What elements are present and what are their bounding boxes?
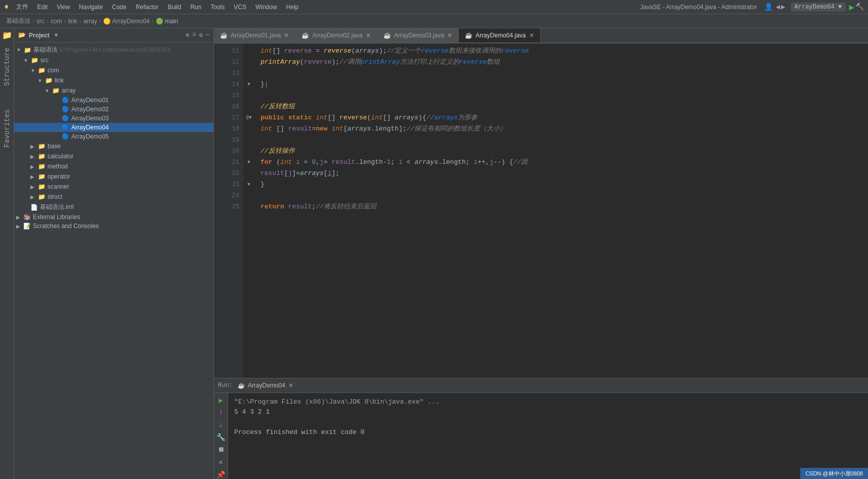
menu-file[interactable]: 文件 [12, 2, 32, 12]
forward-icon[interactable]: ▶ [781, 3, 785, 11]
hide-sidebar-icon[interactable]: — [206, 31, 209, 39]
status-bar: CSDN @林中小屋0808 [800, 468, 868, 479]
tab-arraydemo03[interactable]: ☕ ArrayDemo03.java ✕ [377, 28, 459, 42]
fold-17[interactable]: ▼ [249, 112, 251, 123]
collapse-icon[interactable]: ≡ [192, 31, 196, 39]
run-stop-icon[interactable]: ⏹ [218, 446, 225, 454]
breadcrumb-com[interactable]: com [51, 18, 62, 25]
tree-src[interactable]: ▼ 📁 src [14, 55, 213, 65]
sidebar-expand-icon[interactable]: 📂 [18, 31, 26, 39]
tree-arraydemo02[interactable]: ▶ 🔵 ArrayDemo02 [14, 105, 213, 114]
fold-21[interactable]: ▼ [243, 157, 254, 168]
tree-arraydemo05[interactable]: ▶ 🔵 ArrayDemo05 [14, 132, 213, 141]
tab-arraydemo04[interactable]: ☕ ArrayDemo04.java ✕ [459, 28, 540, 42]
tree-operator[interactable]: ▶ 📁 operator [14, 171, 213, 182]
tab-close-2[interactable]: ✕ [366, 32, 371, 39]
tab-close-3[interactable]: ✕ [447, 32, 452, 39]
run-button[interactable]: ▶ [849, 2, 854, 13]
content-area: ☕ ArrayDemo01.java ✕ ☕ ArrayDemo02.java … [214, 28, 868, 479]
menu-run[interactable]: Run [186, 3, 205, 12]
sidebar-dropdown-icon[interactable]: ▼ [55, 32, 58, 38]
fold-14[interactable]: ▼ [243, 79, 254, 90]
menu-help[interactable]: Help [282, 3, 303, 12]
structure-tab[interactable]: Structure [3, 48, 11, 86]
menu-refactor[interactable]: Refactor [132, 3, 162, 12]
build-icon[interactable]: 🔨 [855, 3, 864, 11]
tree-root[interactable]: ▼ 📁 基础语法 E:\Program Files (x86)\java\Jav… [14, 45, 213, 55]
settings-icon[interactable]: ⚙ [199, 31, 203, 39]
menu-build[interactable]: Build [164, 3, 186, 12]
run-scroll-down[interactable]: ↓ [219, 421, 223, 429]
run-label: Run: [218, 382, 233, 389]
tree-scratches[interactable]: ▶ 📝 Scratches and Consoles [14, 222, 213, 231]
run-pin-icon[interactable]: 📌 [216, 470, 225, 479]
code-editor[interactable]: 11 12 13 14 15 16 17 18 19 20 21 22 23 2… [214, 43, 868, 378]
run-content-area: ▶ ↑ ↓ 🔧 ⏹ ✕ 📌 "E:\Program Files (x86)\Ja… [214, 393, 868, 479]
sidebar-actions: ⊕ ≡ ⚙ — [186, 31, 209, 39]
code-line-14: }| [261, 79, 862, 90]
menu-edit[interactable]: Edit [33, 3, 52, 12]
project-icon[interactable]: 📁 [2, 30, 12, 40]
menu-code[interactable]: Code [108, 3, 131, 12]
run-panel: Run: ☕ ArrayDemo04 ✕ ▶ ↑ ↓ 🔧 ⏹ [214, 378, 868, 479]
main-layout: 📁 Structure Favorites 📂 Project ▼ ⊕ ≡ ⚙ … [0, 28, 868, 479]
tree-external-libs[interactable]: ▶ 📚 External Libraries [14, 212, 213, 222]
code-content[interactable]: int[] reverse = reverse(arrays);//定义一个re… [254, 43, 868, 378]
code-line-25: return result;//将反转结束后返回 [261, 201, 862, 212]
tree-struct[interactable]: ▶ 📁 struct [14, 192, 213, 202]
tree-method[interactable]: ▶ 📁 method [14, 161, 213, 171]
breadcrumb-class[interactable]: 🟡 ArrayDemo04 [103, 18, 150, 25]
breadcrumb-root[interactable]: 基础语法 [6, 17, 30, 25]
run-restart-icon[interactable]: ▶ [219, 396, 223, 405]
tree-array[interactable]: ▼ 📁 array [14, 85, 213, 96]
run-config-dropdown[interactable]: ArrayDemo04 ▼ [791, 3, 846, 12]
menu-window[interactable]: Window [251, 3, 281, 12]
menu-view[interactable]: View [53, 3, 74, 12]
tab-close-4[interactable]: ✕ [529, 32, 534, 39]
tree-calculator[interactable]: ▶ 📁 calculator [14, 151, 213, 161]
tree-arraydemo03[interactable]: ▶ 🔵 ArrayDemo03 [14, 114, 213, 123]
tab-arraydemo02[interactable]: ☕ ArrayDemo02.java ✕ [295, 28, 377, 42]
breadcrumb-array[interactable]: array [83, 18, 97, 25]
code-line-13 [261, 68, 862, 79]
breadcrumb-link[interactable]: link [68, 18, 77, 25]
user-icon[interactable]: 👤 [764, 3, 773, 11]
menu-navigate[interactable]: Navigate [75, 3, 107, 12]
sidebar-header: 📂 Project ▼ ⊕ ≡ ⚙ — [14, 28, 213, 42]
run-exit-message: Process finished with exit code 0 [234, 428, 364, 436]
favorites-tab[interactable]: Favorites [3, 109, 11, 148]
run-tab-bar: Run: ☕ ArrayDemo04 ✕ [214, 378, 868, 393]
run-scroll-up[interactable]: ↑ [219, 409, 223, 417]
app-logo: ♦ [4, 3, 9, 12]
tree-link[interactable]: ▼ 📁 link [14, 75, 213, 85]
run-tab-arraydemo04[interactable]: ☕ ArrayDemo04 ✕ [233, 378, 298, 393]
breadcrumb-method[interactable]: 🟢 main [156, 18, 178, 25]
locate-icon[interactable]: ⊕ [186, 31, 189, 39]
run-side-icons: ▶ ↑ ↓ 🔧 ⏹ ✕ 📌 [214, 393, 228, 479]
run-tab-close[interactable]: ✕ [288, 382, 293, 389]
tree-arraydemo01[interactable]: ▶ 🔵 ArrayDemo01 [14, 96, 213, 105]
run-command-line: "E:\Program Files (x86)\Java\JDK 8\bin\j… [234, 398, 440, 406]
sidebar-title: Project [29, 32, 50, 39]
run-wrench-icon[interactable]: 🔧 [216, 433, 225, 442]
sidebar-tree: ▼ 📁 基础语法 E:\Program Files (x86)\java\Jav… [14, 42, 213, 479]
tree-com[interactable]: ▼ 📁 com [14, 65, 213, 75]
tree-base[interactable]: ▶ 📁 base [14, 141, 213, 151]
run-result: 5 4 3 2 1 [234, 408, 270, 416]
back-icon[interactable]: ◀ [776, 3, 780, 11]
tree-iml[interactable]: ▶ 📄 基础语法.iml [14, 202, 213, 212]
run-close-icon[interactable]: ✕ [219, 458, 223, 466]
breadcrumb-bar: 基础语法 › src › com › link › array › 🟡 Arra… [0, 14, 868, 28]
tree-scanner[interactable]: ▶ 📁 scanner [14, 182, 213, 192]
tab-close-1[interactable]: ✕ [284, 32, 289, 39]
menu-vcs[interactable]: VCS [230, 3, 250, 12]
menu-tools[interactable]: Tools [206, 3, 229, 12]
tree-arraydemo04[interactable]: ▶ 🔵 ArrayDemo04 [14, 123, 213, 132]
code-line-22: result[j]=arrays[i]; [261, 168, 862, 179]
code-line-20: //反转操作 [261, 146, 862, 157]
breadcrumb-src[interactable]: src [36, 18, 45, 25]
code-line-11: int[] reverse = reverse(arrays);//定义一个re… [261, 46, 862, 57]
code-line-12: printArray(reverse);//调用printArray方法打印上行… [261, 57, 862, 68]
tab-arraydemo01[interactable]: ☕ ArrayDemo01.java ✕ [214, 28, 295, 42]
fold-23[interactable]: ▼ [243, 179, 254, 190]
